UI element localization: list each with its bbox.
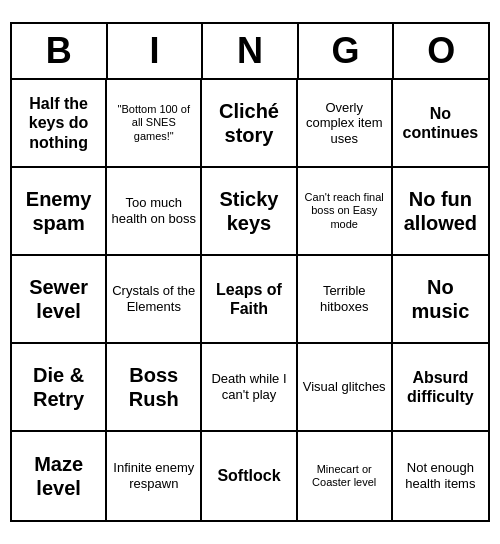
bingo-cell-23: Minecart or Coaster level [298,432,393,520]
bingo-cell-2: Cliché story [202,80,297,168]
bingo-cell-1: "Bottom 100 of all SNES games!" [107,80,202,168]
bingo-grid: Half the keys do nothing"Bottom 100 of a… [12,80,488,520]
bingo-letter-g: G [299,24,395,78]
bingo-cell-3: Overly complex item uses [298,80,393,168]
bingo-letter-n: N [203,24,299,78]
bingo-cell-13: Terrible hitboxes [298,256,393,344]
bingo-header: BINGO [12,24,488,80]
bingo-cell-7: Sticky keys [202,168,297,256]
bingo-cell-5: Enemy spam [12,168,107,256]
bingo-cell-22: Softlock [202,432,297,520]
bingo-cell-0: Half the keys do nothing [12,80,107,168]
bingo-cell-6: Too much health on boss [107,168,202,256]
bingo-letter-b: B [12,24,108,78]
bingo-cell-18: Visual glitches [298,344,393,432]
bingo-cell-9: No fun allowed [393,168,488,256]
bingo-cell-10: Sewer level [12,256,107,344]
bingo-cell-4: No continues [393,80,488,168]
bingo-cell-11: Crystals of the Elements [107,256,202,344]
bingo-cell-20: Maze level [12,432,107,520]
bingo-card: BINGO Half the keys do nothing"Bottom 10… [10,22,490,522]
bingo-cell-19: Absurd difficulty [393,344,488,432]
bingo-cell-21: Infinite enemy respawn [107,432,202,520]
bingo-cell-14: No music [393,256,488,344]
bingo-cell-8: Can't reach final boss on Easy mode [298,168,393,256]
bingo-cell-24: Not enough health items [393,432,488,520]
bingo-cell-15: Die & Retry [12,344,107,432]
bingo-cell-12: Leaps of Faith [202,256,297,344]
bingo-letter-i: I [108,24,204,78]
bingo-cell-16: Boss Rush [107,344,202,432]
bingo-letter-o: O [394,24,488,78]
bingo-cell-17: Death while I can't play [202,344,297,432]
